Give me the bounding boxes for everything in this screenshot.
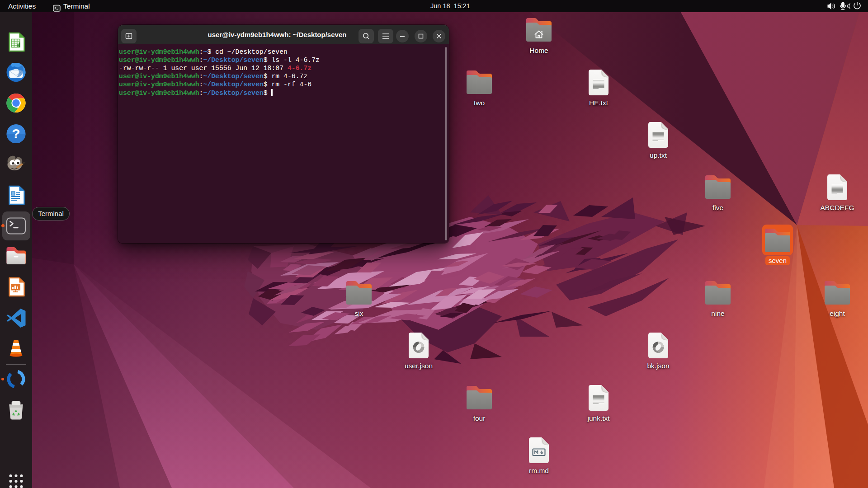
svg-text:?: ? <box>12 126 20 141</box>
